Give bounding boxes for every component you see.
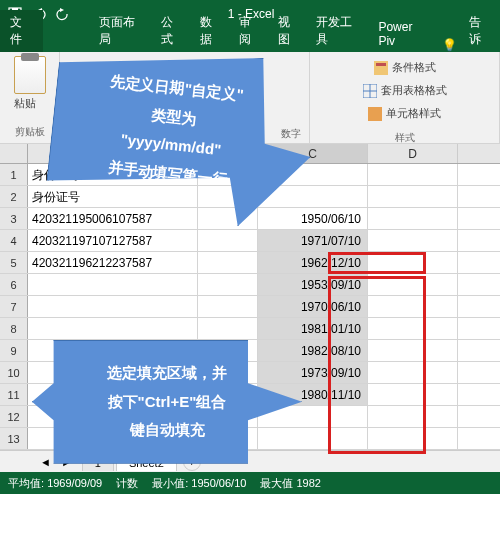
redo-icon[interactable] [56, 7, 70, 21]
svg-rect-3 [376, 63, 386, 66]
cell[interactable]: 1970/06/10 [258, 296, 368, 317]
cell[interactable]: 1953/09/10 [258, 274, 368, 295]
tab-powerpivot[interactable]: Power Piv [370, 16, 438, 52]
row-header[interactable]: 9 [0, 340, 28, 361]
clipboard-group-label: 剪贴板 [15, 125, 45, 139]
status-max: 最大值 1982 [260, 476, 321, 491]
table-format-button[interactable]: 套用表格格式 [359, 81, 451, 100]
cell[interactable]: 1950/06/10 [258, 208, 368, 229]
tab-layout[interactable]: 页面布局 [91, 10, 153, 52]
row-header[interactable]: 11 [0, 384, 28, 405]
tab-formulas[interactable]: 公式 [153, 10, 192, 52]
cell-style-button[interactable]: 单元格样式 [364, 104, 445, 123]
tab-data[interactable]: 数据 [192, 10, 231, 52]
row-header[interactable]: 10 [0, 362, 28, 383]
ribbon-tabs: 文件 页面布局 公式 数据 审阅 视图 开发工具 Power Piv 💡 告诉 [0, 28, 500, 52]
row-header[interactable]: 1 [0, 164, 28, 185]
status-count: 计数 [116, 476, 138, 491]
paste-label: 粘贴 [14, 96, 46, 111]
row-header[interactable]: 6 [0, 274, 28, 295]
row-header[interactable]: 12 [0, 406, 28, 427]
row-header[interactable]: 4 [0, 230, 28, 251]
cell[interactable]: 1971/07/10 [258, 230, 368, 251]
svg-rect-7 [368, 107, 382, 121]
tell-me[interactable]: 告诉 [461, 10, 500, 52]
cell[interactable]: 420321195006107587 [28, 208, 198, 229]
conditional-format-button[interactable]: 条件格式 [370, 58, 440, 77]
row-header[interactable]: 3 [0, 208, 28, 229]
col-header-D[interactable]: D [368, 144, 458, 163]
status-bar: 平均值: 1969/09/09 计数 最小值: 1950/06/10 最大值 1… [0, 472, 500, 494]
status-avg: 平均值: 1969/09/09 [8, 476, 102, 491]
row-header[interactable]: 2 [0, 186, 28, 207]
paste-button[interactable]: 粘贴 [14, 56, 46, 111]
tab-review[interactable]: 审阅 [231, 10, 270, 52]
tab-view[interactable]: 视图 [270, 10, 309, 52]
row-header[interactable]: 7 [0, 296, 28, 317]
row-header[interactable]: 5 [0, 252, 28, 273]
cell[interactable]: 1973/09/10 [258, 362, 368, 383]
tell-me-icon[interactable]: 💡 [442, 38, 457, 52]
tab-file[interactable]: 文件 [0, 10, 43, 52]
select-all-corner[interactable] [0, 144, 28, 163]
nav-prev-icon[interactable]: ◄ [40, 456, 51, 468]
styles-group-label: 样式 [395, 131, 415, 145]
cell[interactable]: 1981/01/10 [258, 318, 368, 339]
tab-developer[interactable]: 开发工具 [308, 10, 370, 52]
cell-style-icon [368, 107, 382, 121]
status-min: 最小值: 1950/06/10 [152, 476, 246, 491]
row-header[interactable]: 13 [0, 428, 28, 449]
row-header[interactable]: 8 [0, 318, 28, 339]
table-format-icon [363, 84, 377, 98]
cell[interactable]: 身份证号 [28, 186, 198, 207]
cell[interactable]: 1962/12/10 [258, 252, 368, 273]
number-group-label: 数字 [281, 127, 301, 141]
cell[interactable]: 1982/08/10 [258, 340, 368, 361]
cell[interactable]: 420321196212237587 [28, 252, 198, 273]
cell[interactable]: 420321197107127587 [28, 230, 198, 251]
clipboard-icon [14, 56, 46, 94]
cond-format-icon [374, 61, 388, 75]
